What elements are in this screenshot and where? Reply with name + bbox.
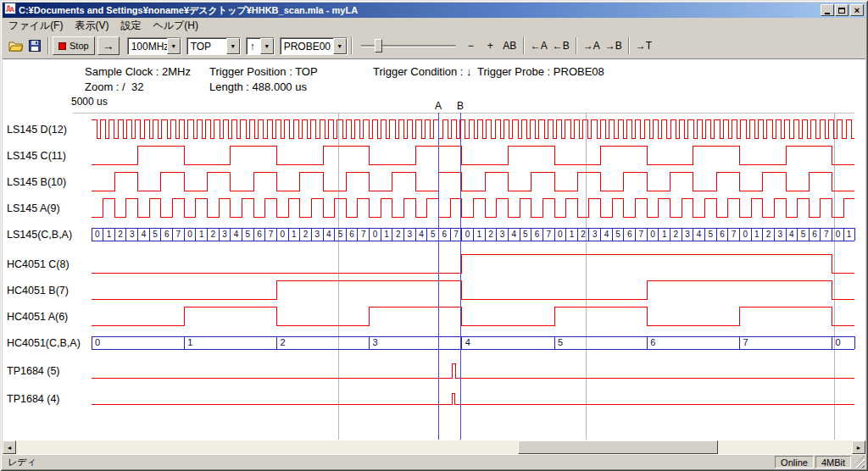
bus-value: 0	[373, 230, 378, 239]
bus-value: 6	[535, 230, 540, 239]
bus-value: 7	[453, 230, 459, 239]
menu-view[interactable]: 表示(V)	[69, 18, 114, 34]
scroll-right-button[interactable]: ►	[852, 441, 865, 454]
bus-value: 0	[743, 230, 748, 239]
bus-value: 5	[708, 230, 713, 239]
channel-label-hc4051-bus: HC4051(C,B,A)	[7, 337, 81, 349]
wave-hc4051-a	[92, 307, 854, 325]
bus-value: 1	[476, 230, 481, 239]
close-button[interactable]: ×	[850, 4, 864, 16]
bus-value: 2	[211, 230, 216, 239]
bus-value: 5	[801, 230, 806, 239]
chevron-down-icon[interactable]: ▼	[167, 38, 181, 54]
jump-b-right-button[interactable]: →B	[603, 37, 625, 54]
jump-a-right-button[interactable]: →A	[581, 37, 603, 54]
bus-value: 5	[245, 230, 250, 239]
save-file-button[interactable]	[25, 36, 44, 55]
bus-hc4051-bus: 012345670	[92, 336, 854, 349]
zoom-slider-thumb[interactable]	[375, 39, 382, 53]
wave-tp1684-5	[92, 363, 854, 378]
bus-value: 1	[662, 230, 667, 239]
open-file-button[interactable]	[7, 36, 25, 55]
bus-value: 6	[164, 230, 170, 239]
bus-value: 6	[720, 230, 725, 239]
scrollbar-thumb[interactable]	[518, 441, 719, 454]
channel-label-tp1684-4: TP1684 (4)	[7, 393, 60, 405]
resize-grip[interactable]	[853, 456, 865, 468]
scroll-right-icon: ►	[856, 445, 862, 451]
stop-label: Stop	[70, 41, 89, 51]
bus-value: 7	[546, 230, 551, 239]
scrollbar-track[interactable]	[16, 441, 852, 454]
bus-value: 2	[303, 230, 309, 239]
bus-value: 6	[650, 337, 655, 347]
stop-button[interactable]: Stop	[53, 36, 95, 55]
channel-label-hc4051-a: HC4051 A(6)	[7, 311, 68, 323]
bus-value: 4	[697, 230, 702, 239]
bus-value: 7	[639, 230, 644, 239]
channel-label-tp1684-5: TP1684 (5)	[7, 365, 60, 377]
bus-value: 4	[326, 230, 331, 239]
bus-value: 5	[523, 230, 528, 239]
bus-value: 4	[465, 337, 470, 347]
menu-file[interactable]: ファイル(F)	[3, 18, 69, 34]
jump-b-left-button[interactable]: ←B	[550, 37, 572, 54]
titlebar[interactable]: C:¥Documents and Settings¥noname¥デスクトップ¥…	[3, 3, 865, 18]
trigger-probe-value: PROBE00	[281, 38, 333, 54]
status-online-badge: Online	[775, 456, 814, 468]
waveform-panel: Sample Clock : 2MHz Trigger Position : T…	[3, 59, 865, 441]
wave-ls145-b	[92, 172, 854, 191]
channel-label-hc4051-b: HC4051 B(7)	[7, 285, 69, 296]
chevron-down-icon[interactable]: ▼	[333, 38, 347, 54]
bus-value: 0	[95, 337, 100, 347]
stop-icon	[58, 42, 66, 50]
bus-value: 5	[338, 230, 343, 239]
trigger-edge-combo[interactable]: ↑ ▼	[246, 37, 275, 55]
bus-value: 4	[234, 230, 239, 239]
bus-value: 6	[257, 230, 262, 239]
sample-clock-combo[interactable]: 100MHz ▼	[127, 37, 181, 55]
run-button[interactable]: →	[97, 36, 120, 55]
minimize-button[interactable]	[821, 4, 834, 16]
toolbar-separator	[576, 37, 577, 54]
trigger-probe-combo[interactable]: PROBE00 ▼	[280, 37, 348, 55]
maximize-button[interactable]	[835, 4, 849, 16]
bus-value: 5	[153, 230, 158, 239]
menu-settings[interactable]: 設定	[114, 18, 147, 34]
minimize-icon	[825, 13, 830, 14]
zoom-slider[interactable]	[361, 37, 456, 54]
channel-label-ls145-c: LS145 C(11)	[7, 150, 66, 162]
jump-a-left-button[interactable]: ←A	[528, 37, 550, 54]
channel-label-ls145-d: LS145 D(12)	[7, 124, 67, 136]
chevron-down-icon[interactable]: ▼	[260, 38, 274, 54]
trigger-position-value: TOP	[187, 38, 226, 54]
zoom-out-button[interactable]: −	[461, 37, 481, 54]
bus-value: 2	[488, 230, 493, 239]
wave-tp1684-4	[92, 393, 854, 404]
bus-value: 6	[442, 230, 448, 239]
horizontal-scrollbar[interactable]: ◄ ►	[3, 441, 865, 454]
bus-value: 4	[142, 230, 147, 239]
sample-clock-value: 100MHz	[128, 38, 167, 54]
bus-value: 3	[222, 230, 227, 239]
menu-help[interactable]: ヘルプ(H)	[147, 18, 204, 34]
zoom-in-button[interactable]: +	[481, 37, 500, 54]
scroll-left-button[interactable]: ◄	[3, 441, 16, 454]
statusbar: レディ Online 4MBit	[3, 454, 865, 468]
close-icon: ×	[854, 6, 860, 15]
bus-value: 0	[650, 230, 655, 239]
chevron-down-icon[interactable]: ▼	[226, 38, 240, 54]
bus-value: 1	[199, 230, 204, 239]
app-icon	[4, 3, 16, 18]
jump-trigger-button[interactable]: →T	[633, 37, 654, 54]
bus-value: 0	[558, 230, 563, 239]
waveform-display[interactable]: LS145 D(12)LS145 C(11)LS145 B(10)LS145 A…	[3, 59, 865, 441]
wave-hc4051-c	[92, 254, 854, 273]
channel-label-hc4051-c: HC4051 C(8)	[7, 258, 70, 270]
zoom-ab-button[interactable]: AB	[500, 37, 520, 54]
channel-label-ls145-a: LS145 A(9)	[7, 202, 60, 214]
bus-value: 7	[824, 230, 829, 239]
bus-value: 0	[95, 230, 100, 239]
menubar: ファイル(F)表示(V)設定ヘルプ(H)	[3, 18, 865, 33]
trigger-position-combo[interactable]: TOP ▼	[186, 37, 241, 55]
